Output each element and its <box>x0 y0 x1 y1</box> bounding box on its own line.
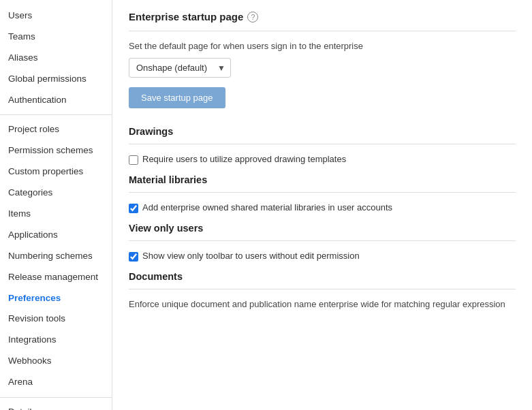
view-only-title: View only users <box>129 223 516 234</box>
enterprise-startup-header: Enterprise startup page ? <box>129 11 516 22</box>
startup-description: Set the default page for when users sign… <box>129 41 516 51</box>
view-only-checkbox[interactable] <box>129 252 138 262</box>
sidebar-item-applications[interactable]: Applications <box>0 225 112 246</box>
startup-dropdown-wrapper: Onshape (default)DocumentsHome ▼ <box>129 58 231 78</box>
sidebar-item-webhooks[interactable]: Webhooks <box>0 351 112 372</box>
sidebar-item-categories[interactable]: Categories <box>0 183 112 204</box>
startup-dropdown[interactable]: Onshape (default)DocumentsHome <box>129 58 231 78</box>
material-libraries-section: Material libraries Add enterprise owned … <box>129 174 516 213</box>
documents-title: Documents <box>129 271 516 282</box>
view-only-section: View only users Show view only toolbar t… <box>129 223 516 262</box>
sidebar-item-items[interactable]: Items <box>0 204 112 225</box>
drawings-checkbox-row: Require users to utilize approved drawin… <box>129 154 516 165</box>
drawings-title: Drawings <box>129 126 516 137</box>
documents-section: Documents Enforce unique document and pu… <box>129 271 516 309</box>
sidebar-item-aliases[interactable]: Aliases <box>0 48 112 69</box>
sidebar-item-preferences[interactable]: Preferences <box>0 288 112 309</box>
sidebar-divider-1 <box>0 114 112 115</box>
material-libraries-checkbox-label: Add enterprise owned shared material lib… <box>142 202 392 212</box>
section-divider-documents <box>129 289 516 289</box>
drawings-checkbox[interactable] <box>129 155 138 165</box>
section-divider-startup <box>129 31 516 31</box>
view-only-checkbox-row: Show view only toolbar to users without … <box>129 251 516 262</box>
section-divider-viewonly <box>129 240 516 241</box>
sidebar-item-teams[interactable]: Teams <box>0 27 112 48</box>
section-divider-drawings <box>129 144 516 144</box>
sidebar-item-revision-tools[interactable]: Revision tools <box>0 309 112 330</box>
material-libraries-title: Material libraries <box>129 174 516 185</box>
drawings-checkbox-label: Require users to utilize approved drawin… <box>142 154 346 164</box>
sidebar-item-authentication[interactable]: Authentication <box>0 90 112 111</box>
enterprise-startup-section: Enterprise startup page ? Set the defaul… <box>129 11 516 122</box>
sidebar-item-integrations[interactable]: Integrations <box>0 330 112 351</box>
sidebar-item-global-permissions[interactable]: Global permissions <box>0 69 112 90</box>
sidebar-item-permission-schemes[interactable]: Permission schemes <box>0 140 112 161</box>
material-libraries-checkbox-row: Add enterprise owned shared material lib… <box>129 202 516 213</box>
sidebar-item-arena[interactable]: Arena <box>0 372 112 393</box>
save-startup-button[interactable]: Save startup page <box>129 87 225 108</box>
sidebar-item-release-management[interactable]: Release management <box>0 267 112 288</box>
documents-description: Enforce unique document and publication … <box>129 299 516 309</box>
drawings-section: Drawings Require users to utilize approv… <box>129 126 516 165</box>
help-icon[interactable]: ? <box>247 12 258 22</box>
sidebar-item-numbering-schemes[interactable]: Numbering schemes <box>0 246 112 267</box>
sidebar-item-users[interactable]: Users <box>0 5 112 27</box>
main-content: Enterprise startup page ? Set the defaul… <box>112 0 532 410</box>
material-libraries-checkbox[interactable] <box>129 204 138 213</box>
sidebar: UsersTeamsAliasesGlobal permissionsAuthe… <box>0 0 112 410</box>
sidebar-divider-2 <box>0 397 112 398</box>
section-divider-material <box>129 192 516 193</box>
view-only-checkbox-label: Show view only toolbar to users without … <box>142 251 360 261</box>
enterprise-startup-title: Enterprise startup page <box>129 11 243 22</box>
sidebar-item-details[interactable]: Details <box>0 402 112 410</box>
sidebar-item-project-roles[interactable]: Project roles <box>0 119 112 140</box>
sidebar-item-custom-properties[interactable]: Custom properties <box>0 161 112 183</box>
